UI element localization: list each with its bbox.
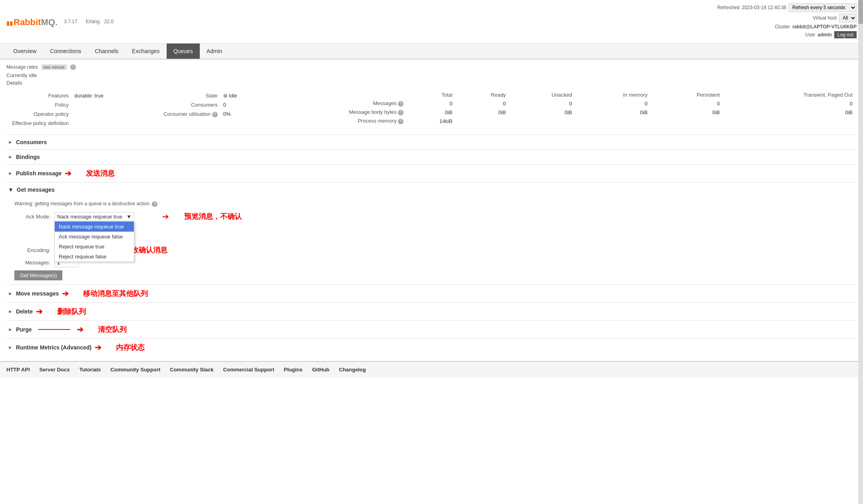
- erlang-label: Erlang: [86, 19, 100, 24]
- footer-tutorials[interactable]: Tutorials: [79, 367, 101, 373]
- publish-arrow-icon: ►: [8, 171, 13, 176]
- erlang-version: 22.0: [104, 19, 113, 24]
- get-messages-section: ▼ Get messages Warning: getting messages…: [6, 182, 857, 284]
- nav-channels[interactable]: Channels: [88, 44, 125, 59]
- user-value: admin: [818, 32, 832, 38]
- messages-in-memory: 0: [576, 99, 652, 108]
- move-messages-label: Move messages: [16, 290, 59, 297]
- footer-server-docs[interactable]: Server Docs: [40, 367, 70, 373]
- process-memory-help[interactable]: ?: [398, 119, 404, 124]
- ack-mode-row: Ack Mode: Nack message requeue true ▼ Na…: [14, 212, 849, 221]
- footer-commercial-support[interactable]: Commercial Support: [223, 367, 274, 373]
- messages-row: Messages ? 0 0 0 0 0 0: [262, 99, 857, 108]
- message-rates-help-icon[interactable]: ?: [70, 64, 76, 70]
- messages-unacked: 0: [510, 99, 576, 108]
- consumers-header[interactable]: ► Consumers: [6, 135, 857, 149]
- get-messages-header[interactable]: ▼ Get messages: [6, 183, 857, 197]
- ack-mode-dropdown[interactable]: Nack message requeue true ▼ Nack message…: [54, 212, 134, 221]
- ack-option-3[interactable]: Reject requeue false: [55, 252, 134, 262]
- message-body-bytes-help[interactable]: ?: [398, 110, 404, 115]
- effective-policy-label: Effective policy definition: [7, 119, 71, 127]
- nav-admin[interactable]: Admin: [200, 44, 229, 59]
- move-arrow-icon: ►: [8, 291, 13, 296]
- cluster-value: rabbit@LAPTOP-VTLU0KBP: [792, 24, 857, 30]
- delete-arrow-icon: ►: [8, 309, 13, 314]
- operator-policy-row: Operator policy: [7, 110, 125, 118]
- virtual-host-select[interactable]: All /: [839, 14, 857, 22]
- delete-section: ► Delete ➔ 删除队列: [6, 302, 857, 320]
- bindings-label: Bindings: [16, 154, 40, 160]
- delete-annotation: 删除队列: [57, 307, 86, 316]
- messages-persistent: 0: [652, 99, 724, 108]
- user-row: User admin Log out: [717, 31, 857, 38]
- operator-policy-label: Operator policy: [7, 110, 71, 118]
- consumer-utilisation-row: Consumer utilisation ? 0%: [143, 110, 245, 119]
- runtime-metrics-header[interactable]: ► Runtime Metrics (Advanced) ➔ 内存状态: [6, 339, 857, 356]
- mbb-ready: 0iB: [456, 108, 510, 117]
- logout-button[interactable]: Log out: [834, 31, 857, 38]
- process-memory-value: 14kiB: [408, 117, 456, 125]
- purge-header[interactable]: ► Purge ➔ 清空队列: [6, 321, 857, 338]
- user-label: User: [805, 32, 815, 38]
- message-body-bytes-label: Message body bytes: [349, 109, 397, 115]
- runtime-annotation-arrow: ➔: [95, 343, 101, 352]
- encoding-row: Encoding: ➔ 接收确认消息: [14, 245, 849, 255]
- runtime-metrics-label: Runtime Metrics (Advanced): [16, 344, 91, 351]
- get-messages-warning-help[interactable]: ?: [152, 201, 157, 207]
- nav-queues[interactable]: Queues: [167, 44, 200, 59]
- footer-github[interactable]: GitHub: [312, 367, 329, 373]
- delete-header[interactable]: ► Delete ➔ 删除队列: [6, 303, 857, 320]
- policy-value: [72, 101, 125, 109]
- messages-ready: 0: [456, 99, 510, 108]
- consumer-utilisation-value: 0%: [221, 110, 245, 119]
- scrollbar[interactable]: [858, 0, 863, 377]
- move-messages-section: ► Move messages ➔ 移动消息至其他队列: [6, 284, 857, 302]
- get-messages-button[interactable]: Get Message(s): [14, 270, 62, 280]
- move-annotation: 移动消息至其他队列: [83, 289, 148, 298]
- publish-message-label: Publish message: [16, 170, 62, 177]
- th-ready: Ready: [456, 91, 510, 99]
- ack-mode-select[interactable]: Nack message requeue true ▼: [54, 212, 134, 221]
- th-empty: [262, 91, 408, 99]
- mbb-total: 0iB: [408, 108, 456, 117]
- encoding-label: Encoding:: [14, 247, 50, 253]
- consumers-label: Consumers: [16, 139, 47, 145]
- version-info: 3.7.17 Erlang 22.0: [64, 19, 117, 24]
- state-text: Idle: [229, 93, 237, 99]
- details-right: Total Ready Unacked In memory Persistent…: [262, 91, 857, 128]
- purge-section: ► Purge ➔ 清空队列: [6, 320, 857, 338]
- nav-exchanges[interactable]: Exchanges: [125, 44, 166, 59]
- ack-option-1[interactable]: Ack message requeue false: [55, 232, 134, 242]
- runtime-annotation: 内存状态: [116, 343, 145, 352]
- policy-label: Policy: [7, 101, 71, 109]
- state-value: Idle: [221, 91, 245, 100]
- scrollbar-thumb[interactable]: [858, 0, 863, 24]
- publish-message-header[interactable]: ► Publish message ➔ 发送消息: [6, 165, 857, 182]
- virtual-host-label: Virtual host: [813, 15, 837, 21]
- logo-rabbit: Rabbit: [14, 17, 41, 27]
- state-row: State Idle: [143, 91, 245, 100]
- footer-http-api[interactable]: HTTP API: [6, 367, 30, 373]
- move-messages-header[interactable]: ► Move messages ➔ 移动消息至其他队列: [6, 285, 857, 302]
- mbb-persistent: 0iB: [652, 108, 724, 117]
- th-transient: Transient, Paged Out: [724, 91, 857, 99]
- bindings-arrow-icon: ►: [8, 154, 13, 160]
- consumer-utilisation-help[interactable]: ?: [212, 112, 218, 117]
- nav-connections[interactable]: Connections: [43, 44, 88, 59]
- state-dot: [223, 94, 227, 98]
- ack-option-2[interactable]: Reject requeue true: [55, 242, 134, 252]
- delete-annotation-arrow: ➔: [36, 307, 43, 316]
- footer-community-support[interactable]: Community Support: [110, 367, 160, 373]
- footer-community-slack[interactable]: Community Slack: [170, 367, 213, 373]
- ack-option-0[interactable]: Nack message requeue true: [55, 222, 134, 232]
- details-label: Details: [6, 80, 857, 86]
- footer-plugins[interactable]: Plugins: [284, 367, 302, 373]
- footer-changelog[interactable]: Changelog: [339, 367, 366, 373]
- refresh-select[interactable]: Refresh every 5 seconds Refresh every 10…: [789, 3, 857, 12]
- consumers-section: ► Consumers: [6, 135, 857, 149]
- messages-help-icon[interactable]: ?: [398, 101, 404, 107]
- consumer-utilisation-label: Consumer utilisation ?: [143, 110, 220, 119]
- bindings-header[interactable]: ► Bindings: [6, 150, 857, 164]
- th-persistent: Persistent: [652, 91, 724, 99]
- nav-overview[interactable]: Overview: [6, 44, 43, 59]
